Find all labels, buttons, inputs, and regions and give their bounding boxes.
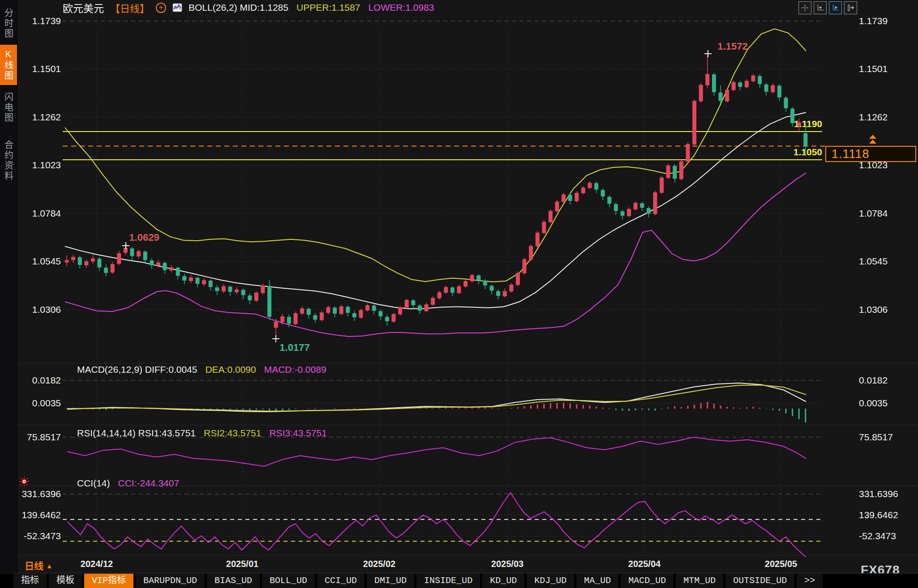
rsi-indicator-readout: RSI(14,14,14) RSI1:43.5751RSI2:43.5751RS… [77, 428, 327, 439]
indicator-tab[interactable]: MA_UD [576, 574, 618, 588]
axis-label: 1.0545 [32, 256, 61, 266]
axis-label: 331.6396 [859, 489, 898, 499]
indicator-tab[interactable]: VIP指标 [84, 574, 133, 588]
indicator-tab[interactable]: BIAS_UD [207, 574, 260, 588]
axis-scale-button[interactable] [814, 1, 827, 14]
axis-label: 1.1023 [32, 160, 61, 170]
candle-body [673, 166, 677, 179]
indicator-tab[interactable]: CCI_UD [317, 574, 365, 588]
candle-body [130, 248, 134, 256]
candle-body [457, 286, 461, 293]
indicator-tab[interactable]: INSIDE_UD [416, 574, 480, 588]
axis-label: 139.6462 [859, 510, 898, 520]
indicator-line [65, 29, 806, 282]
candle-body [562, 194, 566, 202]
candle-body [346, 307, 350, 313]
candle-body [182, 276, 186, 281]
candle-body [385, 317, 389, 321]
indicator-tab[interactable]: DMI_UD [367, 574, 414, 588]
candle-body [483, 281, 487, 285]
candle-body [261, 285, 265, 293]
axis-shift-button[interactable] [844, 1, 857, 14]
candle-body [686, 144, 690, 162]
indicator-tab[interactable]: MTM_UD [676, 574, 723, 588]
readout-segment: RSI3:43.5751 [269, 428, 326, 439]
indicator-tab[interactable]: BARUPDN_UD [136, 574, 205, 588]
indicator-tab[interactable]: OUTSIDE_UD [725, 574, 794, 588]
symbol-name: 欧元美元 [63, 0, 104, 15]
candle-body [392, 314, 396, 322]
indicator-tab[interactable]: BOLL_UD [262, 574, 315, 588]
candle-body [523, 259, 527, 273]
candle-body [405, 300, 409, 307]
candle-body [425, 304, 429, 311]
candle-body [516, 273, 520, 285]
chart-canvas[interactable]: 1.17391.17391.15011.15011.12621.12621.10… [0, 0, 918, 588]
bottom-tabbar: 指标模板VIP指标BARUPDN_UDBIAS_UDBOLL_UDCCI_UDD… [0, 573, 918, 588]
macd-indicator-readout: MACD(26,12,9) DIFF:0.0045DEA:0.0090MACD:… [77, 364, 326, 375]
candle-body [300, 308, 304, 314]
indicator-tab[interactable]: KD_UD [482, 574, 524, 588]
cci-indicator-readout: CCI(14)CCI:-244.3407 [77, 478, 179, 489]
axis-label: -52.3473 [859, 531, 896, 541]
axis-label: 1.1501 [859, 64, 888, 74]
chart-type-icon[interactable] [172, 3, 182, 13]
axis-play-button[interactable] [829, 1, 842, 14]
readout-segment: MACD(26,12,9) DIFF:0.0045 [77, 364, 197, 375]
indicator-tab[interactable]: 指标 [13, 574, 47, 588]
candle-body [450, 287, 455, 293]
axis-label: 1.0784 [32, 208, 61, 218]
candle-body [228, 287, 232, 292]
candle-body [333, 307, 337, 314]
axis-label: 1.1262 [859, 112, 888, 122]
candle-body [790, 109, 794, 123]
indicator-tab[interactable]: 模板 [49, 574, 82, 588]
candle-body [189, 277, 193, 281]
extremum-label: 1.0629 [129, 232, 159, 243]
period-tag: 【日线】 [110, 0, 150, 15]
axis-label: 1.0306 [859, 304, 888, 315]
candle-body [326, 307, 330, 313]
period-selector[interactable]: 日线 ▲ [25, 558, 53, 572]
alert-blink-icon [19, 476, 30, 487]
axis-label: 0.0035 [859, 398, 888, 408]
candle-body [307, 309, 311, 315]
price-alert-label: 1.1050 [794, 147, 822, 157]
candle-body [78, 257, 82, 265]
candle-body [248, 295, 252, 300]
axis-label: 1.1739 [32, 16, 61, 26]
candle-body [254, 293, 258, 301]
candle-body [575, 193, 579, 201]
candle-body [549, 211, 553, 222]
date-label: 2024/12 [81, 559, 113, 569]
readout-segment: RSI2:43.5751 [204, 428, 261, 439]
axis-label: 1.1501 [32, 64, 61, 74]
candle-body [202, 280, 206, 284]
readout-segment: CCI(14) [77, 478, 110, 489]
candle-body [463, 281, 468, 287]
add-indicator-icon[interactable]: + [156, 3, 166, 13]
candle-body [699, 85, 703, 102]
candle-body [209, 281, 213, 287]
candle-body [581, 187, 585, 193]
axis-label: 0.0182 [859, 375, 888, 385]
date-label: 2025/02 [363, 559, 395, 569]
indicator-tab[interactable]: MACD_UD [621, 574, 673, 588]
candle-body [222, 286, 226, 292]
indicator-tab[interactable]: >> [797, 574, 823, 588]
pan-crosshair-button[interactable] [798, 1, 811, 14]
candle-body [666, 166, 670, 178]
candle-body [529, 246, 533, 260]
date-label: 2025/01 [226, 559, 258, 569]
candle-body [764, 85, 768, 92]
candle-body [509, 285, 513, 291]
candle-body [98, 259, 102, 267]
axis-label: 1.0545 [859, 256, 888, 266]
candle-body [163, 263, 167, 270]
indicator-tab[interactable]: KDJ_UD [527, 574, 574, 588]
candle-body [745, 81, 749, 87]
candle-body [705, 74, 709, 85]
indicator-line [65, 173, 806, 337]
chart-header: 欧元美元 【日线】 + BOLL(26,2) MID:1.1285UPPER:1… [63, 1, 434, 14]
candle-body [771, 85, 775, 92]
